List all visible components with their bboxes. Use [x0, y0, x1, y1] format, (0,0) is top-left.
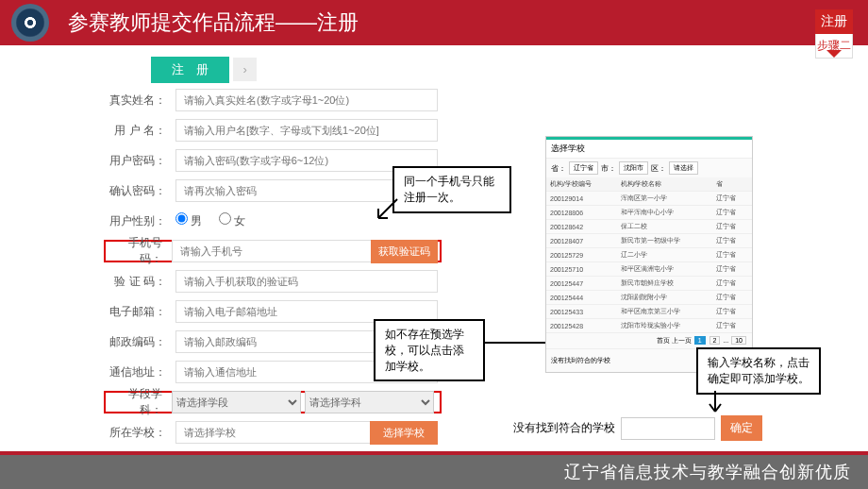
slide-footer: 辽宁省信息技术与教学融合创新优质	[0, 451, 868, 489]
subject-select[interactable]: 请选择学科	[305, 391, 434, 413]
callout-phone-unique: 同一个手机号只能注册一次。	[392, 166, 511, 213]
callout-add-school: 如不存在预选学校，可以点击添加学校。	[374, 319, 485, 381]
table-row[interactable]: 200129014浑南区第一小学辽宁省	[546, 192, 752, 206]
notfound-text: 没有找到符合的学校	[551, 356, 610, 365]
phone-row-highlight: 手机号码：获取验证码	[104, 240, 442, 262]
confirm-label: 确认密码：	[108, 183, 166, 199]
school-input[interactable]	[175, 421, 372, 444]
get-code-button[interactable]: 获取验证码	[371, 240, 438, 263]
register-tab[interactable]: 注 册	[151, 57, 229, 83]
username-input[interactable]	[175, 119, 438, 142]
step-marker-tag: 注册	[815, 9, 853, 34]
stage-select[interactable]: 请选择学段	[172, 391, 301, 413]
gender-male-radio[interactable]: 男	[175, 214, 202, 228]
password-label: 用户密码：	[108, 153, 166, 169]
gender-female-radio[interactable]: 女	[219, 214, 245, 228]
register-tab-header: 注 册 ›	[151, 57, 257, 83]
province-select[interactable]: 辽宁省	[569, 161, 598, 175]
pager-page[interactable]: 1	[694, 336, 706, 345]
table-row[interactable]: 200125444沈阳剧院附小学辽宁省	[546, 291, 752, 305]
register-next-icon[interactable]: ›	[233, 58, 256, 81]
slide-title: 参赛教师提交作品流程——注册	[68, 8, 359, 37]
choose-school-button[interactable]: 选择学校	[370, 421, 438, 445]
district-select[interactable]: 请选择	[669, 161, 698, 175]
modal-title: 选择学校	[546, 140, 752, 159]
phone-input[interactable]	[172, 240, 373, 262]
realname-label: 真实姓名：	[108, 93, 166, 109]
school-table: 机构/学校编号机构/学校名称省 200129014浑南区第一小学辽宁省 2001…	[546, 177, 752, 333]
pager-page[interactable]: 10	[731, 336, 746, 345]
table-row[interactable]: 200128642保工二校辽宁省	[546, 220, 752, 234]
pager-first[interactable]: 首页	[657, 337, 670, 344]
email-label: 电子邮箱：	[108, 304, 166, 320]
notfound-label: 没有找到符合的学校	[513, 420, 615, 436]
footer-text: 辽宁省信息技术与教学融合创新优质	[564, 461, 851, 483]
table-row[interactable]: 200125433和平区南京第三小学辽宁省	[546, 305, 752, 319]
school-name-input[interactable]	[621, 417, 715, 440]
username-label: 用 户 名：	[108, 123, 166, 139]
table-row[interactable]: 200125729辽二小学辽宁省	[546, 248, 752, 262]
table-row[interactable]: 200128806和平浑南中心小学辽宁省	[546, 206, 752, 220]
pager-page[interactable]: 2	[709, 336, 721, 345]
stage-label: 学段学科：	[108, 386, 162, 418]
table-row[interactable]: 200125428沈阳市玲珑实验小学辽宁省	[546, 319, 752, 333]
table-row[interactable]: 200125710和平区满洲屯小学辽宁省	[546, 262, 752, 277]
school-label: 所在学校：	[108, 425, 166, 441]
city-select[interactable]: 沈阳市	[619, 161, 648, 175]
stage-row-highlight: 学段学科：请选择学段请选择学科	[104, 391, 442, 413]
vcode-label: 验 证 码：	[108, 274, 166, 290]
register-form: 真实姓名： 用 户 名： 用户密码： 确认密码： 用户性别： 男 女 手机号码：…	[108, 89, 438, 489]
confirm-button[interactable]: 确定	[721, 415, 762, 441]
realname-input[interactable]	[175, 89, 438, 111]
slide-header: 参赛教师提交作品流程——注册	[0, 0, 868, 45]
callout-input-school: 输入学校名称，点击确定即可添加学校。	[696, 347, 821, 395]
table-row[interactable]: 200128407新民市第一初级中学辽宁省	[546, 234, 752, 248]
pager: 首页 上一页 1 2 ... 10	[546, 333, 752, 348]
manual-school-search: 没有找到符合的学校 确定	[513, 415, 782, 441]
vcode-input[interactable]	[175, 270, 438, 293]
addr-label: 通信地址：	[108, 364, 166, 380]
pager-prev[interactable]: 上一页	[672, 337, 692, 344]
gender-label: 用户性别：	[108, 213, 166, 229]
school-picker-modal: 选择学校 省：辽宁省 市：沈阳市 区：请选择 机构/学校编号机构/学校名称省 2…	[545, 136, 753, 373]
table-row[interactable]: 200125447新民市朝鲜庄学校辽宁省	[546, 277, 752, 291]
logo-icon	[11, 4, 49, 42]
post-label: 邮政编码：	[108, 334, 166, 350]
phone-label: 手机号码：	[108, 235, 162, 267]
